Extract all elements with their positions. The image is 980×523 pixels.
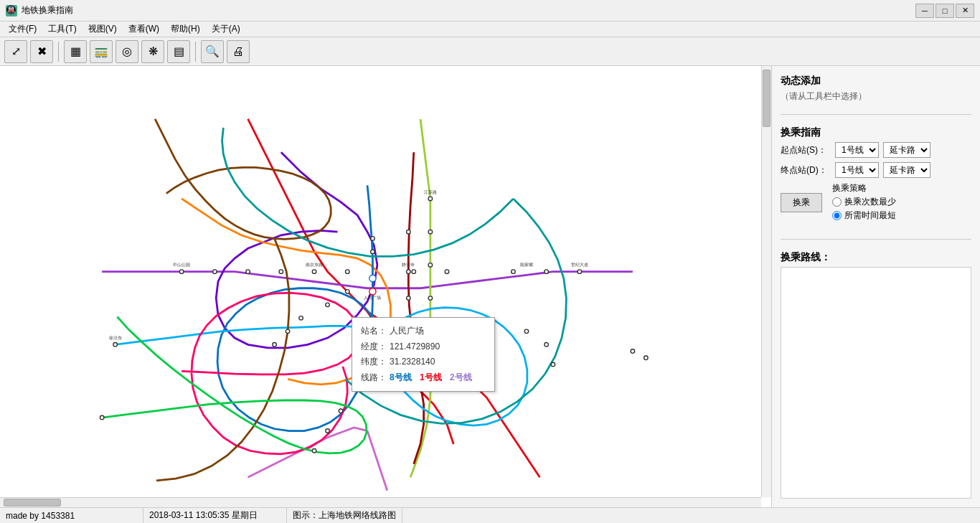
transfer-button[interactable]: 换乘 [781, 193, 822, 212]
map-container[interactable]: 人民广场 江苏路 静安寺 南京东路 陆家嘴 世纪大道 中山公园 徐泾东 站名： … [0, 66, 772, 507]
svg-point-32 [524, 329, 529, 334]
status-datetime: 2018-03-11 13:05:35 星期日 [143, 508, 287, 523]
svg-text:江苏路: 江苏路 [424, 189, 437, 194]
minimize-button[interactable]: ─ [915, 4, 934, 18]
grid-tool-button[interactable]: ▦ [64, 40, 87, 63]
svg-point-9 [371, 237, 375, 241]
menu-help[interactable]: 帮助(H) [165, 22, 206, 37]
svg-point-10 [428, 197, 433, 201]
svg-point-1 [369, 275, 376, 281]
toolbar-separator-1 [58, 42, 59, 62]
menu-bar: 文件(F) 工具(T) 视图(V) 查看(W) 帮助(H) 关于(A) [0, 22, 980, 37]
window-controls: ─ □ ✕ [915, 4, 974, 18]
start-line-select[interactable]: 1号线 [835, 142, 879, 158]
svg-point-14 [407, 270, 411, 274]
svg-point-12 [428, 263, 433, 268]
menu-file[interactable]: 文件(F) [3, 22, 42, 37]
start-station-label: 起点站(S)： [781, 144, 831, 156]
svg-text:陆家嘴: 陆家嘴 [520, 262, 533, 267]
transfer-route-title: 换乘路线： [781, 251, 971, 264]
svg-text:世纪大道: 世纪大道 [571, 262, 588, 267]
svg-point-26 [578, 270, 582, 274]
menu-about[interactable]: 关于(A) [206, 22, 246, 37]
search-tool-button[interactable]: 🔍 [201, 40, 224, 63]
svg-point-22 [179, 270, 184, 274]
station-popup: 站名： 人民广场 经度： 121.4729890 纬度： 31.2328140 … [352, 317, 495, 392]
menu-view[interactable]: 视图(V) [83, 22, 123, 37]
strategy-min-transfer-radio[interactable] [832, 197, 842, 207]
svg-point-0 [369, 288, 376, 295]
strategy-title: 换乘策略 [832, 182, 896, 194]
popup-line-1: 1号线 [420, 370, 442, 386]
end-line-select[interactable]: 1号线 [835, 162, 879, 178]
popup-lng-value: 121.4729890 [390, 339, 440, 355]
dynamic-add-section: 动态添加 （请从工具栏中选择） [781, 75, 971, 103]
title-bar: 🚇 地铁换乘指南 ─ □ ✕ [0, 0, 980, 22]
end-station-row: 终点站(D)： 1号线 延卡路 [781, 162, 971, 178]
svg-point-2 [312, 270, 316, 274]
svg-text:人民广场: 人民广场 [364, 295, 381, 300]
svg-point-38 [100, 415, 104, 420]
maximize-button[interactable]: □ [936, 4, 954, 18]
horizontal-scrollbar[interactable] [0, 497, 761, 507]
svg-text:静安寺: 静安寺 [402, 262, 415, 267]
end-station-label: 终点站(D)： [781, 164, 831, 176]
doc-tool-button[interactable]: ▤ [167, 40, 190, 63]
svg-point-21 [273, 343, 277, 347]
status-bar: made by 1453381 2018-03-11 13:05:35 星期日 … [0, 507, 980, 523]
svg-point-7 [445, 270, 449, 274]
horizontal-scrollbar-thumb[interactable] [4, 499, 61, 506]
transfer-route-section: 换乘路线： [781, 251, 971, 499]
svg-point-36 [644, 356, 649, 360]
popup-lat-label: 纬度： [361, 354, 387, 370]
menu-tools[interactable]: 工具(T) [42, 22, 82, 37]
transfer-route-panel [781, 267, 971, 499]
toolbar: ⤢ ✖ ▦ 🚃 ◎ ❋ ▤ 🔍 🖨 [0, 37, 980, 66]
print-tool-button[interactable]: 🖨 [227, 40, 250, 63]
svg-point-25 [545, 270, 549, 274]
svg-point-19 [299, 316, 303, 321]
dynamic-add-title: 动态添加 [781, 75, 971, 88]
panel-divider-1 [781, 114, 971, 115]
svg-point-13 [428, 296, 433, 301]
transfer-action-row: 换乘 换乘策略 换乘次数最少 所需时间最短 [781, 182, 971, 223]
app-icon: 🚇 [6, 5, 17, 17]
end-station-select[interactable]: 延卡路 [883, 162, 930, 178]
popup-line-2: 2号线 [450, 370, 472, 386]
pin-tool-button[interactable]: ◎ [116, 40, 138, 63]
svg-point-16 [407, 230, 411, 234]
popup-lat-value: 31.2328140 [390, 354, 435, 370]
start-station-select[interactable]: 延卡路 [883, 142, 930, 158]
main-area: 人民广场 江苏路 静安寺 南京东路 陆家嘴 世纪大道 中山公园 徐泾东 站名： … [0, 66, 980, 507]
strategy-min-transfer-label: 换乘次数最少 [844, 196, 896, 208]
dynamic-add-hint: （请从工具栏中选择） [781, 90, 971, 103]
svg-point-6 [412, 270, 416, 274]
popup-station-value: 人民广场 [390, 324, 424, 339]
close-button[interactable]: ✕ [956, 4, 974, 18]
panel-divider-2 [781, 239, 971, 240]
svg-point-15 [407, 296, 411, 301]
transfer-guide-section: 换乘指南 起点站(S)： 1号线 延卡路 终点站(D)： 1号线 延卡路 [781, 126, 971, 227]
svg-point-35 [631, 349, 635, 354]
svg-text:徐泾东: 徐泾东 [109, 335, 122, 340]
svg-point-23 [213, 270, 217, 274]
metro-tool-button[interactable]: 🚃 [90, 40, 113, 63]
transfer-guide-title: 换乘指南 [781, 126, 971, 139]
expand-tool-button[interactable]: ⤢ [4, 40, 27, 63]
svg-point-3 [345, 270, 349, 274]
status-credit: made by 1453381 [0, 508, 143, 523]
vertical-scrollbar[interactable] [761, 66, 771, 497]
popup-lng-label: 经度： [361, 339, 387, 355]
svg-point-20 [286, 329, 290, 334]
vertical-scrollbar-thumb[interactable] [763, 70, 771, 127]
node-tool-button[interactable]: ❋ [141, 40, 164, 63]
svg-point-24 [512, 270, 516, 274]
svg-point-31 [312, 449, 316, 453]
menu-check[interactable]: 查看(W) [123, 22, 165, 37]
strategy-min-time-row: 所需时间最短 [832, 209, 896, 222]
collapse-tool-button[interactable]: ✖ [30, 40, 53, 63]
strategy-min-time-label: 所需时间最短 [844, 209, 896, 222]
svg-point-34 [551, 362, 555, 367]
svg-point-37 [113, 343, 118, 347]
strategy-min-time-radio[interactable] [832, 211, 842, 220]
